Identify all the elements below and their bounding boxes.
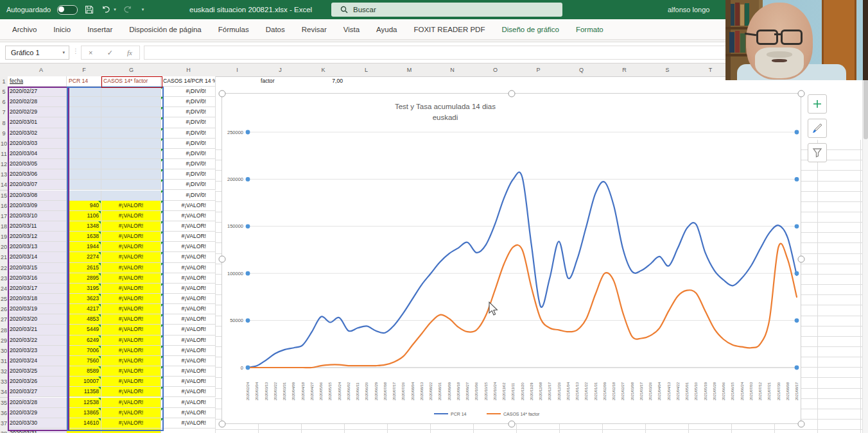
legend-label[interactable]: CASOS 14* factor (503, 412, 540, 416)
cell-G1[interactable]: CASOS 14* factor (101, 76, 161, 87)
chart-subtitle[interactable]: euskadi (433, 114, 458, 121)
cancel-button[interactable]: × (89, 49, 92, 56)
col-header-F[interactable]: F (67, 64, 102, 77)
cell-F20[interactable]: 1944 (67, 242, 101, 252)
cell-G8[interactable] (101, 117, 161, 128)
cell-G18[interactable]: #¡VALOR! (101, 221, 161, 232)
cell-H13[interactable]: #¡DIV/0! (161, 169, 216, 180)
insert-function-button[interactable]: fx (127, 49, 132, 56)
cell-G12[interactable] (101, 159, 161, 169)
col-header-K[interactable]: K (302, 64, 345, 77)
cell-F13[interactable] (67, 169, 101, 180)
chart-resize-handle[interactable] (798, 421, 804, 427)
cell-A6[interactable]: 2020/02/28 (8, 97, 67, 107)
cell-G22[interactable]: #¡VALOR! (101, 263, 161, 273)
cell-A8[interactable]: 2020/03/01 (8, 117, 67, 128)
series-PCR-14[interactable] (248, 172, 797, 368)
cell-F21[interactable]: 2274 (67, 252, 101, 262)
cell-G30[interactable]: #¡VALOR! (101, 346, 161, 356)
cell-F8[interactable] (67, 117, 101, 128)
cell-A35[interactable]: 2020/03/28 (8, 398, 67, 408)
cell-H29[interactable]: #¡VALOR! (161, 335, 216, 346)
cell-G10[interactable] (101, 139, 161, 149)
col-header-G[interactable]: G (101, 64, 162, 77)
tab-inicio[interactable]: Inicio (45, 19, 79, 40)
cell-F30[interactable]: 7006 (67, 346, 101, 356)
cell-A11[interactable]: 2020/03/04 (8, 149, 67, 159)
cell-H23[interactable]: #¡VALOR! (161, 273, 216, 284)
cell-F38[interactable] (67, 429, 101, 433)
col-header-H[interactable]: H (161, 64, 216, 77)
cell-H7[interactable]: #¡DIV/0! (161, 107, 216, 117)
cell-F14[interactable] (67, 180, 101, 190)
cell-F7[interactable] (67, 107, 101, 117)
chart-resize-handle[interactable] (219, 421, 225, 427)
cell-H18[interactable]: #¡VALOR! (161, 221, 216, 232)
cell-H22[interactable]: #¡VALOR! (161, 263, 216, 273)
cell-A36[interactable]: 2020/03/29 (8, 408, 67, 418)
cell-A5[interactable]: 2020/02/27 (8, 87, 67, 97)
cell-A7[interactable]: 2020/02/29 (8, 107, 67, 117)
cell-A1[interactable]: fecha (8, 76, 67, 87)
cell-G16[interactable]: #¡VALOR! (101, 201, 161, 211)
tab-vista[interactable]: Vista (335, 19, 368, 40)
col-header-R[interactable]: R (603, 64, 647, 77)
cell-F12[interactable] (67, 159, 101, 169)
cell-H5[interactable]: #¡DIV/0! (161, 87, 216, 97)
cell-H10[interactable]: #¡DIV/0! (161, 139, 216, 149)
cell-H21[interactable]: #¡VALOR! (161, 252, 216, 262)
cell-G24[interactable]: #¡VALOR! (101, 284, 161, 294)
col-header-N[interactable]: N (431, 64, 474, 77)
customize-qat-button[interactable]: ▾ (142, 7, 144, 12)
col-header-A[interactable]: A (8, 64, 75, 77)
cell-F15[interactable] (67, 191, 101, 201)
tab-insertar[interactable]: Insertar (79, 19, 121, 40)
undo-button[interactable] (101, 4, 111, 15)
cell-G9[interactable] (101, 128, 161, 139)
cell-H36[interactable]: #¡VALOR! (161, 408, 216, 418)
cell-G28[interactable]: #¡VALOR! (101, 325, 161, 335)
cell-H24[interactable]: #¡VALOR! (161, 284, 216, 294)
tab-foxit-reader-pdf[interactable]: FOXIT READER PDF (405, 19, 493, 40)
cell-A31[interactable]: 2020/03/24 (8, 356, 67, 366)
name-box[interactable]: Gráfico 1 ▾ (5, 46, 69, 60)
cell-A14[interactable]: 2020/03/07 (8, 180, 67, 190)
col-header-I[interactable]: I (216, 64, 259, 77)
col-header-P[interactable]: P (517, 64, 560, 77)
cell-H31[interactable]: #¡VALOR! (161, 356, 216, 366)
cell-F18[interactable]: 1348 (67, 221, 101, 232)
chart-resize-handle[interactable] (508, 421, 515, 427)
cell-H27[interactable]: #¡VALOR! (161, 314, 216, 325)
cell-A20[interactable]: 2020/03/13 (8, 242, 67, 252)
col-header-O[interactable]: O (474, 64, 517, 77)
cell-G6[interactable] (101, 97, 161, 107)
cell-H26[interactable]: #¡VALOR! (161, 304, 216, 314)
col-header-S[interactable]: S (646, 64, 690, 77)
tab-archivo[interactable]: Archivo (4, 19, 45, 40)
cell-H12[interactable]: #¡DIV/0! (161, 159, 216, 169)
cell-A34[interactable]: 2020/03/27 (8, 387, 67, 397)
cell-A21[interactable]: 2020/03/14 (8, 252, 67, 262)
cell-A37[interactable]: 2020/03/30 (8, 418, 67, 429)
legend-label[interactable]: PCR 14 (451, 412, 467, 416)
cell-A12[interactable]: 2020/03/05 (8, 159, 67, 169)
cell-G15[interactable] (101, 191, 161, 201)
cell-G7[interactable] (101, 107, 161, 117)
cell-F32[interactable]: 8589 (67, 366, 101, 377)
cell-F22[interactable]: 2615 (67, 263, 101, 273)
chart-resize-handle[interactable] (508, 90, 515, 97)
cell-A23[interactable]: 2020/03/16 (8, 273, 67, 284)
cell-G5[interactable] (101, 87, 161, 97)
cell-A17[interactable]: 2020/03/10 (8, 211, 67, 221)
cell-A15[interactable]: 2020/03/08 (8, 191, 67, 201)
cell-A22[interactable]: 2020/03/15 (8, 263, 67, 273)
tab-disposici-n-de-p-gina[interactable]: Disposición de página (121, 19, 210, 40)
cell-F26[interactable]: 4217 (67, 304, 101, 314)
cell-H14[interactable]: #¡DIV/0! (161, 180, 216, 190)
cell-A28[interactable]: 2020/03/21 (8, 325, 67, 335)
autosave-toggle[interactable] (57, 5, 78, 15)
cell-A27[interactable]: 2020/03/20 (8, 314, 67, 325)
cell-H34[interactable]: #¡VALOR! (161, 387, 216, 397)
cell-G38[interactable] (101, 429, 161, 433)
cell-G37[interactable]: #¡VALOR! (101, 418, 161, 429)
